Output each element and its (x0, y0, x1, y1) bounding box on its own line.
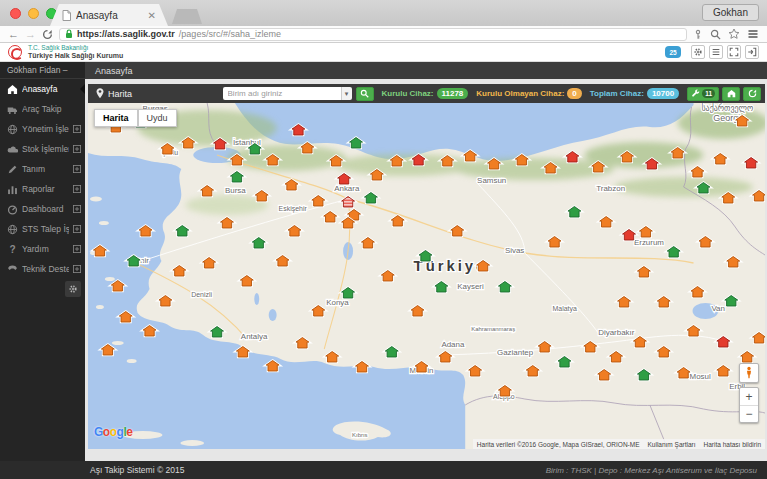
browser-menu-icon[interactable] (747, 28, 759, 40)
city-label: Bursa (225, 186, 246, 195)
sidebar-gear-button[interactable] (65, 281, 81, 297)
city-label: Van (711, 304, 725, 313)
sidebar-item-label: Yönetim İşlemleri (22, 124, 69, 134)
city-label: საქართველო (701, 104, 753, 113)
expand-plus-icon[interactable] (73, 165, 81, 173)
expand-plus-icon[interactable] (73, 205, 81, 213)
stat-value: 0 (567, 88, 581, 99)
back-icon[interactable]: ← (8, 29, 19, 40)
street-view-pegman[interactable] (739, 363, 759, 383)
search-input[interactable] (223, 87, 341, 100)
zoom-out-button[interactable]: − (740, 405, 758, 422)
reload-icon[interactable] (42, 29, 53, 40)
sidebar-item-dashboard[interactable]: Dashboard (0, 199, 85, 219)
refresh-button[interactable] (743, 87, 761, 101)
sidebar-item-label: Teknik Destek (22, 264, 69, 274)
map-type-satellite-button[interactable]: Uydu (138, 109, 177, 127)
city-label: Eskişehir (279, 205, 308, 213)
expand-plus-icon[interactable] (73, 245, 81, 253)
map-pin-icon (96, 88, 104, 99)
bookmark-star-icon[interactable] (728, 28, 740, 40)
url-host: https://ats.saglik.gov.tr (77, 29, 175, 39)
new-tab-button[interactable] (172, 9, 202, 24)
url-box[interactable]: https://ats.saglik.gov.tr/pages/src/#/sa… (59, 28, 687, 41)
expand-plus-icon[interactable] (73, 225, 81, 233)
browser-profile-button[interactable]: Gokhan (702, 4, 759, 21)
stat-value: 10700 (647, 88, 679, 99)
sidebar-item-y-netim-i-lemleri[interactable]: Yönetim İşlemleri (0, 119, 85, 139)
zoom-search-icon[interactable] (710, 29, 721, 40)
stat-toplam-cihaz: Toplam Cihaz:10700 (590, 88, 679, 99)
sidebar: Gökhan Fidan – AnasayfaAraç TakipYönetim… (0, 62, 85, 461)
forward-icon[interactable]: → (25, 29, 36, 40)
key-icon[interactable] (693, 29, 703, 40)
sidebar-item-tan-m[interactable]: Tanım (0, 159, 85, 179)
breadcrumb: Anasayfa (85, 62, 767, 79)
city-label: Antalya (241, 332, 268, 341)
sidebar-user-menu[interactable]: Gökhan Fidan – (0, 62, 85, 79)
city-label: Kahramanmaraş (471, 326, 515, 332)
browser-tab[interactable]: Anasayfa ✕ (50, 4, 168, 26)
footer: Aşı Takip Sistemi © 2015 Birim : THSK | … (0, 461, 767, 479)
expand-plus-icon[interactable] (73, 185, 81, 193)
menu-button[interactable] (709, 45, 723, 59)
tools-button[interactable]: 11 (687, 87, 719, 101)
chat-bubble-icon[interactable]: 25 (665, 46, 681, 58)
footer-app-name: Aşı Takip Sistemi © 2015 (90, 465, 184, 475)
home-view-button[interactable] (722, 87, 740, 101)
report-error-link[interactable]: Harita hatası bildirin (704, 441, 761, 448)
sidebar-item-raporlar[interactable]: Raporlar (0, 179, 85, 199)
city-label: Sivas (505, 246, 524, 255)
sidebar-item-sts-talep-i-lemleri[interactable]: STS Talep İşlemleri (0, 219, 85, 239)
institution-name: Türkiye Halk Sağlığı Kurumu (28, 52, 123, 59)
sidebar-item-label: STS Talep İşlemleri (22, 224, 69, 234)
minimize-window-button[interactable] (28, 8, 39, 19)
sidebar-item-stok-i-lemleri[interactable]: Stok İşlemleri (0, 139, 85, 159)
map-type-map-button[interactable]: Harita (94, 109, 138, 127)
city-label: Samsun (477, 176, 506, 185)
search-button[interactable] (356, 87, 374, 101)
app-header: T.C. Sağlık Bakanlığı Türkiye Halk Sağlı… (0, 43, 767, 62)
sidebar-item-label: Stok İşlemleri (22, 144, 69, 154)
zoom-in-button[interactable]: + (740, 388, 758, 405)
chat-badge: 25 (669, 49, 676, 56)
sidebar-item-label: Anasayfa (22, 84, 81, 94)
terms-link[interactable]: Kullanım Şartları (648, 441, 696, 448)
attribution-text: Harita verileri ©2016 Google, Mapa GISra… (477, 441, 640, 448)
footer-unit-info: Birim : THSK | Depo : Merkez Aşı Antiser… (546, 466, 757, 475)
fullscreen-button[interactable] (727, 45, 741, 59)
ministry-logo (8, 45, 22, 59)
sidebar-item-teknik-destek[interactable]: Teknik Destek (0, 259, 85, 279)
sidebar-item-label: Tanım (22, 164, 69, 174)
city-label: Adana (441, 340, 465, 349)
expand-plus-icon[interactable] (73, 265, 81, 273)
map-type-control: Harita Uydu (94, 109, 177, 127)
expand-plus-icon[interactable] (73, 145, 81, 153)
sidebar-item-label: Raporlar (22, 184, 69, 194)
tab-title: Anasayfa (76, 10, 143, 21)
city-label: Gaziantep (497, 348, 534, 357)
window-controls[interactable] (10, 8, 57, 19)
page-icon (62, 10, 71, 21)
close-window-button[interactable] (10, 8, 21, 19)
stat-kurulu-cihaz: Kurulu Cihaz:11278 (382, 88, 469, 99)
map-canvas: BurgasİstanbulÇorluBursaEskişehirAnkaraİ… (88, 103, 765, 449)
city-label: Diyarbakır (598, 328, 635, 337)
city-label: Erzurum (634, 238, 664, 247)
sidebar-item-label: Araç Takip (22, 104, 81, 114)
search-dropdown-caret[interactable]: ▾ (341, 87, 352, 100)
sidebar-item-ara-takip[interactable]: Araç Takip (0, 99, 85, 119)
sidebar-item-yard-m[interactable]: ?Yardım (0, 239, 85, 259)
city-label: Konya (326, 298, 349, 307)
map-attribution: Harita verileri ©2016 Google, Mapa GISra… (473, 439, 765, 449)
browser-url-bar: ← → https://ats.saglik.gov.tr/pages/src/… (0, 26, 767, 43)
sidebar-item-anasayfa[interactable]: Anasayfa (0, 79, 85, 99)
city-label: Ankara (334, 184, 360, 193)
stat-value: 11278 (437, 88, 469, 99)
browser-tab-bar: Anasayfa ✕ Gokhan (0, 0, 767, 26)
settings-button[interactable] (691, 45, 705, 59)
map[interactable]: BurgasİstanbulÇorluBursaEskişehirAnkaraİ… (88, 103, 765, 449)
logout-button[interactable] (745, 45, 759, 59)
tab-close-icon[interactable]: ✕ (148, 10, 156, 21)
expand-plus-icon[interactable] (73, 125, 81, 133)
